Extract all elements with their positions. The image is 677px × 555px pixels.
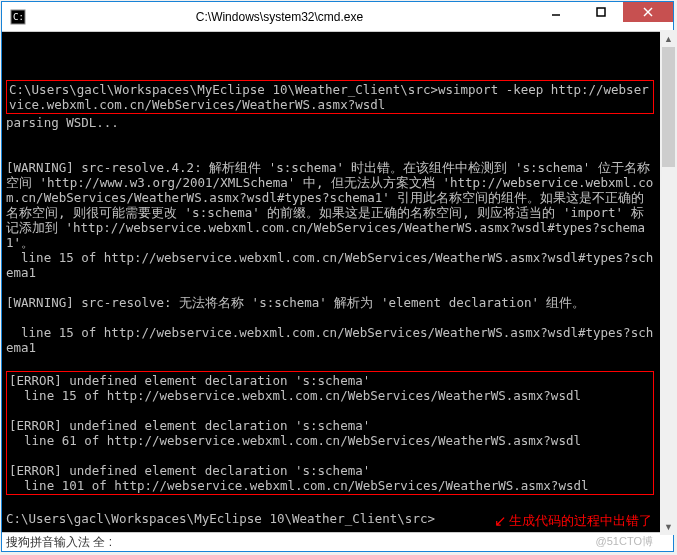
console-text: [ERROR] undefined element declaration 's… xyxy=(9,418,370,433)
ime-text: 搜狗拼音输入法 全 : xyxy=(6,534,112,551)
console-text: line 15 of http://webservice.webxml.com.… xyxy=(6,250,653,280)
annotation-text: 生成代码的过程中出错了 xyxy=(509,512,652,530)
console-output[interactable]: C:\Users\gacl\Workspaces\MyEclipse 10\We… xyxy=(2,32,673,532)
scroll-track[interactable] xyxy=(660,47,677,518)
cmd-highlight-box: C:\Users\gacl\Workspaces\MyEclipse 10\We… xyxy=(6,80,654,114)
console-text: [WARNING] src-resolve: 无法将名称 's:schema' … xyxy=(6,295,586,310)
window-controls xyxy=(533,2,673,31)
cmd-icon: C: xyxy=(10,9,26,25)
console-text: line 101 of http://webservice.webxml.com… xyxy=(9,478,589,493)
titlebar[interactable]: C: C:\Windows\system32\cmd.exe xyxy=(2,2,673,32)
scroll-down-button[interactable]: ▼ xyxy=(660,518,677,535)
minimize-button[interactable] xyxy=(533,2,578,22)
svg-rect-3 xyxy=(597,8,605,16)
arrow-icon: ↙ xyxy=(494,512,507,530)
console-text: line 15 of http://webservice.webxml.com.… xyxy=(6,325,653,355)
cmd-window: C: C:\Windows\system32\cmd.exe C:\Users\… xyxy=(1,1,674,552)
console-prompt: C:\Users\gacl\Workspaces\MyEclipse 10\We… xyxy=(6,511,435,526)
annotation-callout: ↙ 生成代码的过程中出错了 xyxy=(494,512,652,530)
ime-status-bar: 搜狗拼音输入法 全 : xyxy=(2,532,673,551)
scroll-thumb[interactable] xyxy=(662,47,675,167)
maximize-button[interactable] xyxy=(578,2,623,22)
svg-text:C:: C: xyxy=(13,12,24,22)
console-text: [ERROR] undefined element declaration 's… xyxy=(9,373,370,388)
console-text: line 61 of http://webservice.webxml.com.… xyxy=(9,433,581,448)
console-text: parsing WSDL... xyxy=(6,115,119,130)
watermark-text: @51CTO博 xyxy=(596,534,653,549)
console-text: [WARNING] src-resolve.4.2: 解析组件 's:schem… xyxy=(6,160,653,250)
scroll-up-button[interactable]: ▲ xyxy=(660,30,677,47)
close-button[interactable] xyxy=(623,2,673,22)
vertical-scrollbar[interactable]: ▲ ▼ xyxy=(660,30,677,535)
window-title: C:\Windows\system32\cmd.exe xyxy=(26,10,533,24)
console-text: C:\Users\gacl\Workspaces\MyEclipse 10\We… xyxy=(9,82,649,112)
console-text: line 15 of http://webservice.webxml.com.… xyxy=(9,388,581,403)
console-text: [ERROR] undefined element declaration 's… xyxy=(9,463,370,478)
error-highlight-box: [ERROR] undefined element declaration 's… xyxy=(6,371,654,495)
